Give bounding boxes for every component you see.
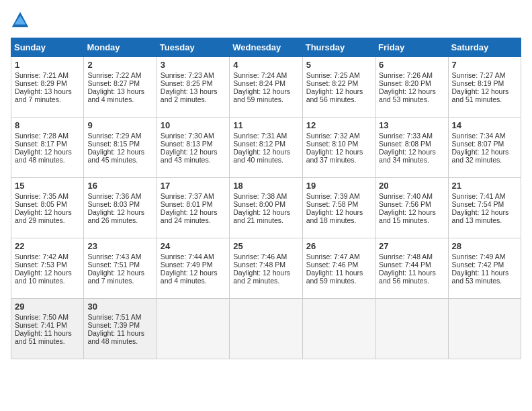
sunset: Sunset: 7:39 PM (87, 321, 140, 329)
sunset: Sunset: 7:56 PM (379, 200, 431, 208)
sunset: Sunset: 8:19 PM (452, 79, 504, 87)
day-number: 5 (306, 60, 371, 70)
day-number: 14 (452, 120, 517, 130)
daylight: Daylight: 12 hours and 29 minutes. (15, 208, 72, 224)
sunset: Sunset: 8:15 PM (87, 140, 140, 148)
day-number: 20 (379, 181, 444, 191)
header-monday: Monday (84, 38, 157, 57)
calendar-cell: 20Sunrise: 7:40 AMSunset: 7:56 PMDayligh… (375, 178, 448, 238)
daylight: Daylight: 12 hours and 56 minutes. (306, 87, 363, 103)
day-number: 24 (161, 241, 226, 251)
daylight: Daylight: 13 hours and 2 minutes. (161, 87, 218, 103)
logo (11, 11, 32, 30)
sunrise: Sunrise: 7:23 AM (161, 71, 214, 79)
calendar-cell: 10Sunrise: 7:30 AMSunset: 8:13 PMDayligh… (157, 118, 229, 178)
calendar-cell: 11Sunrise: 7:31 AMSunset: 8:12 PMDayligh… (230, 118, 302, 178)
sunset: Sunset: 8:24 PM (233, 79, 285, 87)
sunset: Sunset: 7:41 PM (15, 321, 67, 329)
day-number: 6 (379, 60, 444, 70)
calendar-cell (302, 299, 375, 359)
sunrise: Sunrise: 7:46 AM (233, 253, 287, 261)
sunrise: Sunrise: 7:21 AM (15, 71, 69, 79)
calendar-cell: 18Sunrise: 7:38 AMSunset: 8:00 PMDayligh… (230, 178, 302, 238)
day-number: 2 (87, 60, 152, 70)
sunrise: Sunrise: 7:49 AM (452, 253, 506, 261)
calendar-cell (230, 299, 302, 359)
calendar-cell: 21Sunrise: 7:41 AMSunset: 7:54 PMDayligh… (448, 178, 521, 238)
sunrise: Sunrise: 7:38 AM (233, 192, 287, 200)
sunrise: Sunrise: 7:35 AM (15, 192, 69, 200)
calendar-cell: 8Sunrise: 7:28 AMSunset: 8:17 PMDaylight… (11, 118, 84, 178)
daylight: Daylight: 12 hours and 43 minutes. (161, 148, 218, 164)
sunrise: Sunrise: 7:41 AM (452, 192, 506, 200)
header-wednesday: Wednesday (230, 38, 302, 57)
sunset: Sunset: 8:03 PM (87, 200, 140, 208)
day-number: 13 (379, 120, 444, 130)
calendar-cell: 27Sunrise: 7:48 AMSunset: 7:44 PMDayligh… (375, 238, 448, 299)
sunset: Sunset: 7:53 PM (15, 261, 67, 269)
sunset: Sunset: 8:22 PM (306, 79, 359, 87)
day-number: 26 (306, 241, 371, 251)
calendar-cell: 3Sunrise: 7:23 AMSunset: 8:25 PMDaylight… (157, 57, 229, 118)
daylight: Daylight: 11 hours and 51 minutes. (15, 329, 72, 345)
sunrise: Sunrise: 7:22 AM (87, 71, 141, 79)
daylight: Daylight: 12 hours and 53 minutes. (379, 87, 436, 103)
header-tuesday: Tuesday (157, 38, 229, 57)
sunrise: Sunrise: 7:40 AM (379, 192, 433, 200)
sunset: Sunset: 8:01 PM (161, 200, 213, 208)
calendar-cell: 2Sunrise: 7:22 AMSunset: 8:27 PMDaylight… (84, 57, 157, 118)
header-friday: Friday (375, 38, 448, 57)
day-number: 28 (452, 241, 517, 251)
sunrise: Sunrise: 7:28 AM (15, 132, 69, 140)
daylight: Daylight: 12 hours and 4 minutes. (161, 269, 218, 285)
sunrise: Sunrise: 7:51 AM (87, 313, 141, 321)
daylight: Daylight: 13 hours and 7 minutes. (15, 87, 72, 103)
sunset: Sunset: 8:10 PM (306, 140, 359, 148)
sunrise: Sunrise: 7:48 AM (379, 253, 433, 261)
day-number: 7 (452, 60, 517, 70)
calendar-week-4: 22Sunrise: 7:42 AMSunset: 7:53 PMDayligh… (11, 238, 521, 299)
day-number: 18 (233, 181, 298, 191)
day-number: 19 (306, 181, 371, 191)
sunrise: Sunrise: 7:29 AM (87, 132, 141, 140)
sunrise: Sunrise: 7:32 AM (306, 132, 360, 140)
daylight: Daylight: 11 hours and 53 minutes. (452, 269, 509, 285)
sunset: Sunset: 8:13 PM (161, 140, 213, 148)
calendar-cell: 22Sunrise: 7:42 AMSunset: 7:53 PMDayligh… (11, 238, 84, 299)
sunrise: Sunrise: 7:33 AM (379, 132, 433, 140)
calendar-table: SundayMondayTuesdayWednesdayThursdayFrid… (11, 38, 521, 359)
sunset: Sunset: 8:25 PM (161, 79, 213, 87)
day-number: 21 (452, 181, 517, 191)
day-number: 29 (15, 302, 80, 312)
calendar-cell: 24Sunrise: 7:44 AMSunset: 7:49 PMDayligh… (157, 238, 229, 299)
sunrise: Sunrise: 7:27 AM (452, 71, 506, 79)
page-header (11, 11, 521, 30)
day-number: 22 (15, 241, 80, 251)
daylight: Daylight: 12 hours and 59 minutes. (233, 87, 290, 103)
calendar-cell: 29Sunrise: 7:50 AMSunset: 7:41 PMDayligh… (11, 299, 84, 359)
daylight: Daylight: 12 hours and 32 minutes. (452, 148, 509, 164)
sunset: Sunset: 8:12 PM (233, 140, 285, 148)
sunrise: Sunrise: 7:44 AM (161, 253, 214, 261)
calendar-cell: 9Sunrise: 7:29 AMSunset: 8:15 PMDaylight… (84, 118, 157, 178)
daylight: Daylight: 12 hours and 40 minutes. (233, 148, 290, 164)
day-number: 16 (87, 181, 152, 191)
day-number: 15 (15, 181, 80, 191)
calendar-week-1: 1Sunrise: 7:21 AMSunset: 8:29 PMDaylight… (11, 57, 521, 118)
sunset: Sunset: 8:27 PM (87, 79, 140, 87)
daylight: Daylight: 12 hours and 10 minutes. (15, 269, 72, 285)
day-number: 10 (161, 120, 226, 130)
sunrise: Sunrise: 7:31 AM (233, 132, 287, 140)
calendar-cell: 30Sunrise: 7:51 AMSunset: 7:39 PMDayligh… (84, 299, 157, 359)
header-thursday: Thursday (302, 38, 375, 57)
daylight: Daylight: 12 hours and 34 minutes. (379, 148, 436, 164)
sunset: Sunset: 7:48 PM (233, 261, 285, 269)
daylight: Daylight: 12 hours and 48 minutes. (15, 148, 72, 164)
daylight: Daylight: 12 hours and 45 minutes. (87, 148, 144, 164)
calendar-cell: 17Sunrise: 7:37 AMSunset: 8:01 PMDayligh… (157, 178, 229, 238)
day-number: 27 (379, 241, 444, 251)
day-number: 4 (233, 60, 298, 70)
sunrise: Sunrise: 7:39 AM (306, 192, 360, 200)
sunset: Sunset: 8:29 PM (15, 79, 67, 87)
sunrise: Sunrise: 7:36 AM (87, 192, 141, 200)
